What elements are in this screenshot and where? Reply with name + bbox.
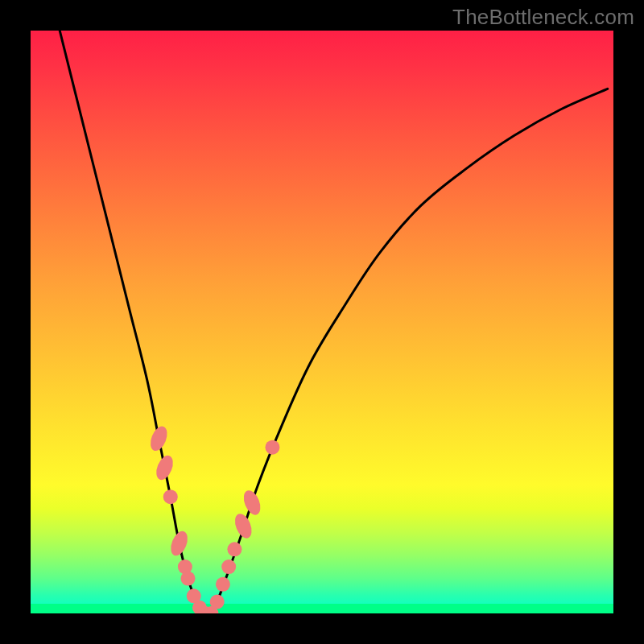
curve-marker [227, 542, 242, 556]
curve-marker [221, 559, 236, 574]
curve-marker [265, 440, 279, 455]
chart-frame: TheBottleneck.com [0, 0, 644, 644]
bottleneck-curve-path [60, 31, 608, 613]
curve-marker [216, 577, 230, 592]
plot-area [31, 31, 613, 613]
curve-marker [232, 511, 255, 540]
curve-markers [147, 424, 280, 613]
curve-marker [167, 529, 191, 558]
curve-marker [153, 453, 176, 482]
curve-marker [241, 488, 264, 517]
curve-marker [163, 489, 178, 504]
green-optimal-band [31, 604, 613, 613]
watermark-label: TheBottleneck.com [452, 5, 634, 30]
curve-marker [180, 572, 195, 586]
curve-marker [178, 559, 192, 574]
curve-marker [147, 424, 171, 453]
curve-marker [187, 588, 201, 603]
bottleneck-curve-svg [31, 31, 613, 613]
